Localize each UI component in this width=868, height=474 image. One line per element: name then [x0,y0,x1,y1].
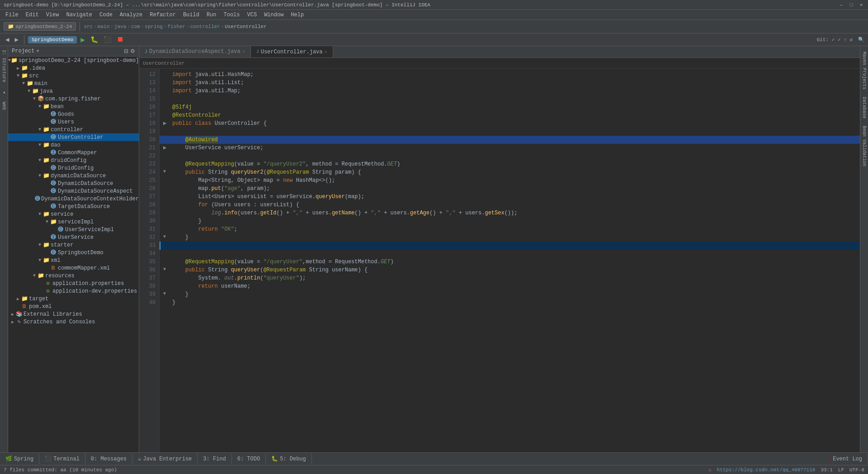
tree-item-main[interactable]: ▼ 📁 main [8,80,139,87]
breadcrumb-src[interactable]: src [84,24,93,29]
terminal-tab[interactable]: ⬛ Terminal [39,454,85,464]
run-button[interactable]: ▶ [79,34,87,45]
tree-item-usercontroller[interactable]: ▶ 🅒 UserController [8,133,139,141]
menu-tools[interactable]: Tools [220,11,244,19]
back-button[interactable]: ◀ [4,35,11,44]
forward-button[interactable]: ▶ [13,35,20,44]
tab-close-ddsa[interactable]: ✕ [242,49,245,54]
tree-item-userserviceimpl[interactable]: ▶ 🅒 UserServiceImpl [8,226,139,233]
breadcrumb-controller[interactable]: controller [190,24,220,29]
blog-url[interactable]: https://blog.csdn.net/qq_40977118 [717,467,816,473]
bean-validation-button[interactable]: Bean Validation [861,124,868,168]
tree-item-tds[interactable]: ▶ 🅒 TargetDataSource [8,203,139,210]
menu-analyze[interactable]: Analyze [116,11,146,19]
breadcrumb-usercontroller[interactable]: UserController [225,24,266,29]
java-enterprise-tab[interactable]: ☕ Java Enterprise [132,454,198,464]
tree-item-dao[interactable]: ▼ 📁 dao [8,141,139,149]
menu-edit[interactable]: Edit [22,11,42,19]
tree-arrow-java: ▼ [26,89,32,94]
debug-button[interactable]: 🐛 [89,35,100,44]
menu-build[interactable]: Build [179,11,203,19]
editor-wrapper: 12 13 14 15 16 17 18 19 20 21 22 23 24 2… [139,69,860,452]
menu-window[interactable]: Window [260,11,287,19]
menu-view[interactable]: View [42,11,63,19]
stop-button[interactable]: ⏹ [115,34,126,45]
folder-icon-xml: 📁 [42,257,50,264]
menu-file[interactable]: File [2,11,22,19]
project-dropdown-arrow[interactable]: ▼ [36,49,39,54]
web-panel-button[interactable]: Web [0,100,7,112]
tree-item-users[interactable]: ▶ 🅒 Users [8,118,139,126]
tree-item-package[interactable]: ▼ 📦 com.spring.fisher [8,95,139,103]
tree-item-serviceimpl-folder[interactable]: ▼ 📁 serviceImpl [8,218,139,226]
tree-item-dds[interactable]: ▶ 🅒 DynamicDataSource [8,180,139,187]
tab-close-uc[interactable]: ✕ [325,49,327,55]
tree-item-controller[interactable]: ▼ 📁 controller [8,126,139,133]
tree-item-ddsctx[interactable]: ▶ 🅒 DynamicDataSourceContextHolder [8,195,139,203]
breadcrumb-main[interactable]: main [98,24,109,29]
tree-item-starter-folder[interactable]: ▼ 📁 starter [8,241,139,249]
tree-item-src[interactable]: ▼ 📁 src [8,72,139,80]
tree-item-app-dev-props[interactable]: ▶ ⚙ application-dev.properties [8,287,139,295]
tab-usercontroller[interactable]: J UserController.java ✕ [251,46,333,57]
tree-label-resources: resources [45,273,75,279]
tree-item-java[interactable]: ▼ 📁 java [8,87,139,95]
tree-item-bean[interactable]: ▼ 📁 bean [8,103,139,110]
tree-item-pom[interactable]: ▶ 🗎 pom.xml [8,303,139,310]
menu-vcs[interactable]: VCS [244,11,261,19]
project-panel-header: Project ▼ ⊟ ⚙ [8,46,139,57]
run-config-selector[interactable]: SpringbootDemo [28,36,77,43]
maximize-button[interactable]: □ [848,2,854,8]
menu-code[interactable]: Code [96,11,116,19]
tree-item-dynamic-folder[interactable]: ▼ 📁 dynamicDataSource [8,172,139,180]
maven-panel-button[interactable]: Maven Projects [861,50,868,91]
tree-item-springbootdemo[interactable]: ▶ 🅒 SpringbootDemo [8,249,139,256]
breadcrumb-fisher[interactable]: fisher [168,24,186,29]
breadcrumb-java[interactable]: java [114,24,126,29]
tree-item-extlibs[interactable]: ▶ 📚 External Libraries [8,310,139,318]
search-button[interactable]: 🔍 [858,37,864,43]
tree-item-idea[interactable]: ▶ 📁 .idea [8,64,139,72]
tree-item-root[interactable]: ▼ 📁 springbootDemo_2-24 [springboot-demo… [8,57,139,64]
settings-gear-button[interactable]: ⚙ [130,48,135,54]
tree-item-xml-folder[interactable]: ▼ 📁 xml [8,256,139,264]
find-tab[interactable]: 3: Find [198,454,231,464]
toolbar-sep2 [24,35,24,44]
tree-item-druidconfig[interactable]: ▶ 🅒 DruidConfig [8,164,139,172]
breadcrumb-spring[interactable]: spring [145,24,163,29]
tree-item-druidconfig-folder[interactable]: ▼ 📁 druidConfig [8,156,139,164]
menu-refactor[interactable]: Refactor [146,11,179,19]
spring-tab[interactable]: 🌿 Spring [0,454,39,464]
tree-item-target[interactable]: ▶ 📁 target [8,295,139,303]
tree-item-resources[interactable]: ▼ 📁 resources [8,272,139,280]
event-log-button[interactable]: ⚠ Event Log [822,454,868,464]
tree-item-commonmapper[interactable]: ▶ 🅘 CommonMapper [8,149,139,156]
coverage-button[interactable]: ⬛ [102,35,113,44]
minimize-button[interactable]: – [838,2,844,8]
favorites-panel-button[interactable]: ★ [0,88,7,96]
messages-tab[interactable]: 0: Messages [85,454,132,464]
project-selector[interactable]: 📁 springbootDemo_2-24 [4,22,76,31]
structure-panel-button[interactable]: 2: Structure [0,48,7,84]
tree-label-users: Users [58,119,74,125]
debug-tab[interactable]: 🐛 5: Debug [266,454,312,464]
menu-help[interactable]: Help [287,11,307,19]
todo-tab[interactable]: 6: TODO [232,454,266,464]
menu-navigate[interactable]: Navigate [62,11,96,19]
code-line-12: import java.util.HashMap; [160,71,860,79]
tree-item-app-props[interactable]: ▶ ⚙ application.properties [8,280,139,287]
tab-dynamicdatasourceaspect[interactable]: J DynamicDataSourceAspect.java ✕ [139,46,251,57]
menu-run[interactable]: Run [203,11,220,19]
tree-item-commommapper[interactable]: ▶ 🗎 commomMapper.xml [8,264,139,272]
tree-item-scratches[interactable]: ▶ ✎ Scratches and Consoles [8,318,139,326]
database-panel-button[interactable]: Database [861,95,868,120]
java-icon-dds: 🅒 [50,180,57,187]
tree-item-userservice[interactable]: ▶ 🅘 UserService [8,233,139,241]
close-button[interactable]: ✕ [858,2,864,8]
tree-item-goods[interactable]: ▶ 🅒 Goods [8,110,139,118]
code-editor-content[interactable]: import java.util.HashMap; import java.ut… [160,69,860,452]
tree-item-ddsa[interactable]: ▶ 🅒 DynamicDataSourceAspect [8,187,139,195]
tree-item-service-folder[interactable]: ▼ 📁 service [8,210,139,218]
collapse-all-button[interactable]: ⊟ [124,48,128,54]
breadcrumb-com[interactable]: com [131,24,140,29]
